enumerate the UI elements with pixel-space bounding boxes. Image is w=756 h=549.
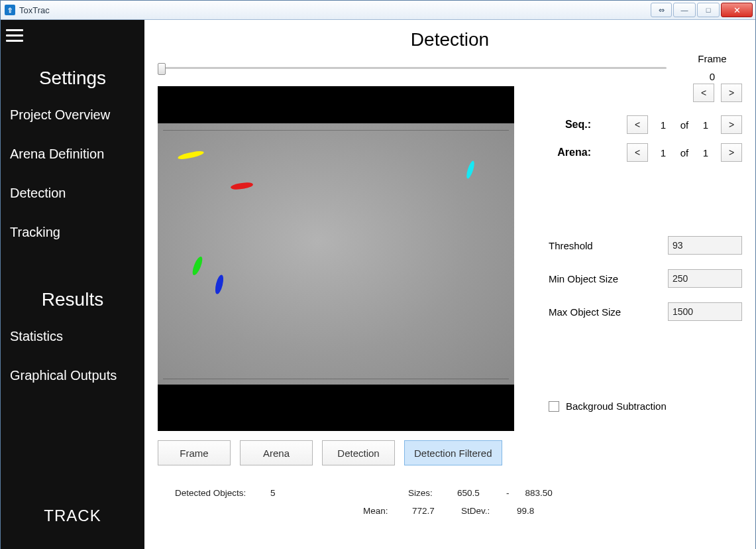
min-size-spinner[interactable]: ▲ ▼ (668, 269, 742, 288)
sizes-min: 650.5 (457, 488, 490, 498)
video-preview (158, 86, 514, 431)
max-size-label: Max Object Size (549, 306, 668, 318)
seq-of: of (678, 119, 690, 131)
arena-image (158, 123, 514, 385)
frame-value: 0 (682, 71, 742, 82)
menu-icon[interactable] (6, 25, 28, 45)
sidebar: Settings Project Overview Arena Definiti… (1, 20, 144, 549)
stdev-value: 99.8 (517, 506, 550, 516)
arena-prev-button[interactable]: < (627, 143, 648, 162)
track-button[interactable]: TRACK (1, 487, 144, 549)
seq-total: 1 (700, 119, 712, 131)
tab-arena[interactable]: Arena (240, 440, 313, 465)
tab-detection[interactable]: Detection (322, 440, 395, 465)
sizes-label: Sizes: (408, 488, 441, 498)
tab-detection-filtered[interactable]: Detection Filtered (404, 440, 502, 465)
sizes-dash: - (506, 488, 510, 498)
arena-next-button[interactable]: > (721, 143, 742, 162)
max-size-spinner[interactable]: ▲ ▼ (668, 302, 742, 321)
window-close-button[interactable]: ✕ (721, 3, 753, 17)
seq-index: 1 (657, 119, 669, 131)
seq-next-button[interactable]: > (721, 115, 742, 134)
sidebar-heading-settings: Settings (1, 68, 144, 89)
bg-subtraction-label: Backgroud Subtraction (566, 400, 667, 412)
sidebar-item-detection[interactable]: Detection (1, 174, 144, 213)
detected-object-5 (465, 160, 476, 179)
detected-object-2 (231, 182, 254, 191)
sidebar-item-tracking[interactable]: Tracking (1, 213, 144, 252)
detected-objects-count: 5 (270, 488, 303, 498)
mean-label: Mean: (363, 506, 396, 516)
min-size-label: Min Object Size (549, 273, 668, 284)
page-title: Detection (158, 29, 742, 50)
sidebar-item-arena-definition[interactable]: Arena Definition (1, 135, 144, 174)
arena-of: of (678, 147, 690, 158)
detection-stats: Detected Objects: 5 Sizes: 650.5 - 883.5… (158, 488, 742, 516)
sidebar-item-project-overview[interactable]: Project Overview (1, 95, 144, 135)
sizes-max: 883.50 (525, 488, 559, 498)
frame-slider-thumb[interactable] (158, 63, 166, 75)
sidebar-item-graphical-outputs[interactable]: Graphical Outputs (1, 356, 144, 395)
app-title: ToxTrac (19, 5, 50, 15)
frame-prev-button[interactable]: < (693, 84, 714, 102)
window-maximize-button[interactable]: □ (697, 3, 720, 17)
mean-value: 772.7 (412, 506, 445, 516)
frame-next-button[interactable]: > (721, 84, 742, 102)
stdev-label: StDev.: (461, 506, 501, 516)
arena-total: 1 (700, 147, 712, 158)
arena-index: 1 (657, 147, 669, 158)
frame-slider[interactable] (158, 61, 669, 74)
main-panel: Detection Frame 0 (144, 20, 755, 549)
detected-objects-label: Detected Objects: (175, 488, 254, 498)
titlebar: ⇧ ToxTrac ⇔ — □ ✕ (1, 1, 755, 20)
frame-label: Frame (682, 53, 742, 64)
app-icon: ⇧ (5, 5, 15, 15)
detected-object-3 (191, 255, 205, 276)
detected-object-4 (214, 274, 225, 295)
arena-label: Arena: (549, 147, 591, 158)
threshold-spinner[interactable]: ▲ ▼ (668, 236, 742, 255)
app-window: ⇧ ToxTrac ⇔ — □ ✕ Settings Project Overv… (0, 0, 756, 549)
seq-prev-button[interactable]: < (627, 115, 648, 134)
tab-frame[interactable]: Frame (158, 440, 231, 465)
threshold-input[interactable] (669, 237, 756, 254)
sidebar-heading-results: Results (1, 289, 144, 310)
seq-label: Seq.: (549, 119, 591, 131)
min-size-input[interactable] (669, 270, 756, 287)
threshold-label: Threshold (549, 240, 668, 251)
sidebar-item-statistics[interactable]: Statistics (1, 317, 144, 356)
window-minimize-button[interactable]: — (673, 3, 696, 17)
window-expand-button[interactable]: ⇔ (651, 3, 672, 17)
detected-object-1 (178, 150, 205, 160)
max-size-input[interactable] (669, 303, 756, 320)
bg-subtraction-checkbox[interactable] (549, 401, 559, 412)
